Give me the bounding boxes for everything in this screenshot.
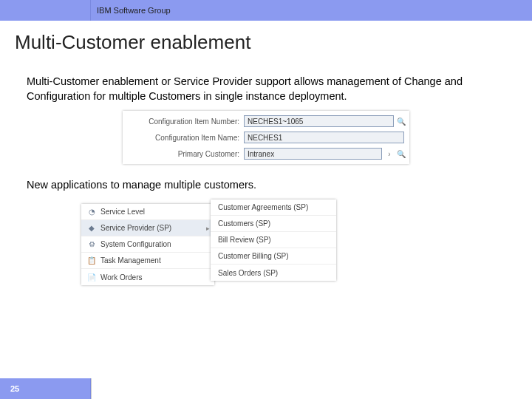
menu-item-task-management[interactable]: 📋 Task Management	[81, 253, 214, 269]
menu-item-service-level[interactable]: ◔ Service Level	[81, 204, 214, 220]
form-row: Configuration Item Name: NECHES1	[126, 129, 406, 146]
menu-item-customer-agreements[interactable]: Customer Agreements (SP)	[211, 200, 336, 216]
menu-item-sales-orders[interactable]: Sales Orders (SP)	[211, 265, 336, 281]
chevron-right-icon: ▸	[206, 225, 210, 232]
form-label: Primary Customer:	[126, 150, 244, 158]
menu-panels: ◔ Service Level ◆ Service Provider (SP) …	[81, 200, 532, 307]
right-menu-panel: Customer Agreements (SP) Customers (SP) …	[211, 200, 336, 281]
menu-label: Work Orders	[98, 273, 210, 282]
menu-item-work-orders[interactable]: 📄 Work Orders	[81, 269, 214, 285]
menu-label: Task Management	[98, 256, 210, 265]
menu-label: Customer Agreements (SP)	[215, 203, 332, 211]
work-orders-icon: 📄	[86, 273, 98, 282]
menu-item-system-config[interactable]: ⚙ System Configuration	[81, 236, 214, 253]
search-icon[interactable]: 🔍	[396, 149, 406, 159]
menu-label: Service Provider (SP)	[98, 224, 206, 232]
paragraph-2: New applications to manage multiple cust…	[0, 164, 532, 191]
menu-item-customers[interactable]: Customers (SP)	[211, 216, 336, 232]
header-left-block	[0, 0, 91, 21]
menu-item-bill-review[interactable]: Bill Review (SP)	[211, 232, 336, 248]
menu-label: System Configuration	[98, 240, 210, 248]
service-level-icon: ◔	[86, 208, 98, 216]
footer-divider	[91, 378, 92, 399]
paragraph-1: Multi-Customer enablement or Service Pro…	[0, 54, 532, 103]
detail-icon[interactable]: ›	[384, 149, 395, 159]
menu-item-customer-billing[interactable]: Customer Billing (SP)	[211, 248, 336, 265]
config-form-panel: Configuration Item Number: NECHES1~1065 …	[123, 111, 409, 164]
form-row: Configuration Item Number: NECHES1~1065 …	[126, 113, 406, 129]
menu-item-service-provider[interactable]: ◆ Service Provider (SP) ▸	[81, 220, 214, 236]
menu-label: Bill Review (SP)	[215, 236, 332, 244]
slide-title: Multi-Customer enablement	[0, 21, 532, 54]
footer: 25	[0, 378, 532, 399]
form-input[interactable]: NECHES1	[244, 132, 404, 143]
form-label: Configuration Item Name:	[126, 134, 244, 142]
service-provider-icon: ◆	[86, 224, 98, 232]
system-config-icon: ⚙	[86, 240, 98, 248]
task-management-icon: 📋	[86, 256, 98, 265]
left-menu-panel: ◔ Service Level ◆ Service Provider (SP) …	[81, 204, 214, 285]
menu-label: Customer Billing (SP)	[215, 252, 332, 260]
form-label: Configuration Item Number:	[126, 117, 244, 126]
form-icons: 🔍	[394, 116, 406, 126]
form-input[interactable]: NECHES1~1065	[244, 115, 394, 127]
page-number: 25	[0, 378, 91, 399]
form-input[interactable]: Intranex	[244, 148, 382, 160]
menu-label: Customers (SP)	[215, 219, 332, 228]
search-icon[interactable]: 🔍	[396, 116, 406, 126]
header-group-text: IBM Software Group	[91, 6, 171, 15]
menu-label: Sales Orders (SP)	[215, 269, 332, 277]
menu-label: Service Level	[98, 208, 210, 216]
form-row: Primary Customer: Intranex › 🔍	[126, 146, 406, 162]
header-bar: IBM Software Group	[0, 0, 532, 21]
form-icons: › 🔍	[382, 149, 406, 159]
